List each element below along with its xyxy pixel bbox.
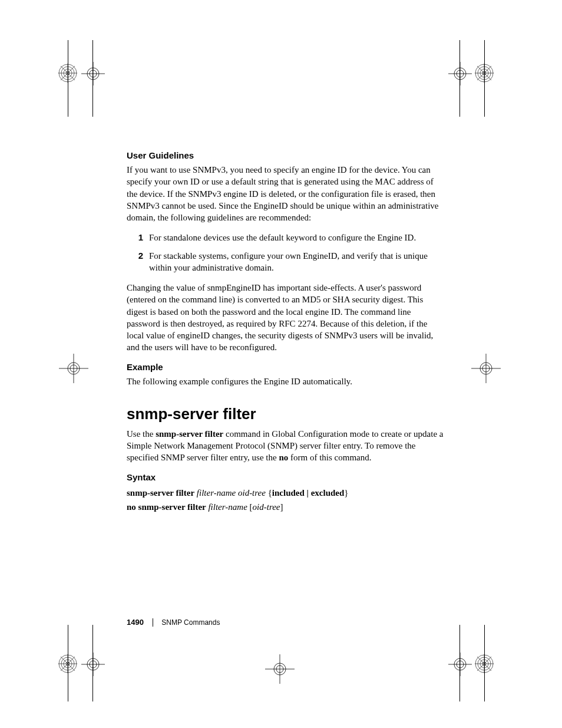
svg-point-44 [87,658,99,670]
syntax-arg: oid-tree [253,502,280,512]
svg-point-45 [90,661,97,668]
svg-point-33 [276,666,283,673]
paragraph-command-desc: Use the snmp-server filter command in Gl… [127,428,445,464]
page-content: User Guidelines If you want to use SNMPv… [127,150,445,514]
syntax-opts: included | excluded [272,488,345,498]
syntax-cmd: no snmp-server filter [127,502,206,512]
page-number: 1490 [127,618,144,627]
text-bold: no [279,453,288,462]
svg-point-49 [457,661,464,668]
list-number: 2 [127,250,149,274]
command-title: snmp-server filter [127,405,445,423]
svg-point-28 [480,363,492,374]
svg-point-8 [87,68,99,80]
guidelines-list: 1 For standalone devices use the default… [127,232,445,274]
text-fragment: form of this command. [288,453,371,462]
svg-point-13 [457,70,464,77]
paragraph-example: The following example configures the Eng… [127,375,445,387]
syntax-cmd: snmp-server filter [127,488,194,498]
crop-mark-icon [59,354,88,383]
list-text: For standalone devices use the default k… [149,232,416,243]
heading-syntax: Syntax [127,472,445,482]
list-item: 2 For stackable systems, configure your … [127,250,445,274]
list-text: For stackable systems, configure your ow… [149,250,445,274]
paragraph-side-effects: Changing the value of snmpEngineID has i… [127,282,445,354]
text-bold: snmp-server filter [156,429,223,439]
syntax-arg: filter-name [208,502,247,512]
heading-example: Example [127,362,445,372]
svg-point-29 [482,365,490,372]
list-item: 1 For standalone devices use the default… [127,232,445,243]
svg-point-48 [454,658,466,670]
paragraph-guidelines-intro: If you want to use SNMPv3, you need to s… [127,164,445,223]
footer-section: SNMP Commands [153,618,220,627]
crop-mark-icon [265,654,295,684]
syntax-arg: filter-name oid-tree [197,488,266,498]
syntax-line-2: no snmp-server filter filter-name [oid-t… [127,500,445,514]
svg-point-24 [68,363,80,374]
svg-point-32 [274,663,286,675]
svg-point-12 [454,68,466,80]
svg-point-25 [70,365,77,372]
syntax-line-1: snmp-server filter filter-name oid-tree … [127,486,445,500]
text-fragment: Use the [127,429,156,439]
page-footer: 1490 SNMP Commands [127,618,227,627]
svg-point-9 [90,70,97,77]
heading-user-guidelines: User Guidelines [127,150,445,160]
crop-mark-icon [471,354,501,383]
list-number: 1 [127,232,149,243]
